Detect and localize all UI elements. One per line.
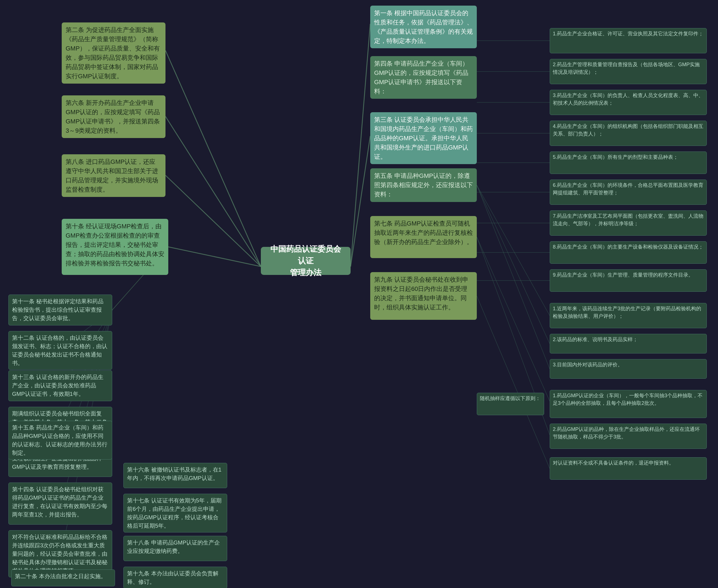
node-n14: 第十四条 认证委员会秘书处组织对获得药品GMP认证证书的药品生产企业进行复查，在… bbox=[8, 483, 112, 525]
svg-line-12 bbox=[477, 185, 550, 316]
node-n15: 第十五条 药品生产企业（车间）和药品品种GMP认证合格的，应使用不同的认证标志、… bbox=[8, 421, 112, 460]
node-r1_7: 7.药品生产洁净室及工艺布局平面图（包括更衣室、盥洗间、人流物流走向、气部等），… bbox=[550, 210, 707, 236]
node-n18: 第十八条 申请药品GMP认证的生产企业应按规定缴纳药费。 bbox=[123, 536, 227, 561]
svg-line-1 bbox=[351, 136, 370, 267]
mindmap-container: 中国药品认证委员会认证 管理办法 第一条 根据中国药品认证委员会的性质和任务，依… bbox=[0, 0, 718, 588]
node-n4: 第六条 新开办药品生产企业申请GMP认证的，应按规定填写《药品GMP认证申请书》… bbox=[62, 96, 166, 138]
node-r1_8: 8.药品生产企业（车间）的主要生产设备和检验仪器及设备证情况； bbox=[550, 241, 707, 264]
node-n3: 第三条 认证委员会承担中华人民共和国境内药品生产企业（车间）和药品品种的GMP认… bbox=[370, 112, 477, 164]
node-r1_6: 6.药品生产企业（车间）的环境条件，合格总平面布置图及医学教育网提组建筑、用平面… bbox=[550, 180, 707, 205]
node-r1_3: 3.药品生产企业（车间）的负责人、检查人员文化程度表、高、中、初技术人员的比例情… bbox=[550, 90, 707, 115]
node-n10: 第十条 经认证现场GMP检查后，由GMP检查办公室根据检查的的审查报告，提出评定… bbox=[62, 219, 168, 275]
node-n13: 第十三条 认证合格的新开办的药品生产企业，由认证委员会发给准药品GMP认证证书，… bbox=[8, 370, 112, 401]
center-node: 中国药品认证委员会认证 管理办法 bbox=[261, 247, 351, 275]
node-n6: 第八条 进口药品GMP认证，还应遵守中华人民共和国卫生部关于进口药品管理规定，并… bbox=[62, 154, 166, 197]
node-r1_5: 5.药品生产企业（车间）所有生产的剂型和主要品种表； bbox=[550, 151, 707, 174]
node-n11: 第十一条 秘书处根据评定结果和药品检验报告书，提出综合性认证审查报告，交认证委员… bbox=[8, 295, 112, 326]
svg-line-18 bbox=[166, 50, 261, 267]
node-r1_2: 2.药品生产管理和质量管理自查报告及（包括各场地区、GMP实施情况及培训情况）； bbox=[550, 59, 707, 84]
node-n19: 第十九条 本办法由认证委员会负责解释、修订。 bbox=[123, 567, 227, 588]
node-n8: 第七条 药品GMP认证检查员可随机抽取近两年来生产的药品进行复核检验（新开办的药… bbox=[370, 216, 477, 258]
node-n16: 第十六条 被撤销认证书及标志者，在1年内，不得再次申请药品GMP认证。 bbox=[123, 463, 227, 488]
node-n7: 第五条 申请品种GMP认证的，除遵照第四条相应规定外，还应报送以下资料： bbox=[370, 168, 477, 202]
node-n5: 第四条 申请药品生产企业（车间）GMP认证的，应按规定填写《药品GMP认证申请书… bbox=[370, 56, 477, 99]
node-n1: 第一条 根据中国药品认证委员会的性质和任务，依据《药品管理法》、《产品质量认证管… bbox=[370, 6, 477, 48]
node-r3_1: 1.药品GMP认证的企业（车间），一般每个车间抽3个品种抽取，不足3个品种的全部… bbox=[550, 390, 707, 418]
svg-line-20 bbox=[166, 175, 261, 267]
node-r1_1: 1.药品生产企业合格证、许可证、营业执照及其它法定文件复印件； bbox=[550, 28, 707, 53]
node-r1_9: 9.药品生产企业（车间）生产管理、质量管理的程序文件目录。 bbox=[550, 269, 707, 292]
node-r1_4: 4.药品生产企业（车间）的组织机构图（包括各组织部门职能及相互关系、部门负责人）… bbox=[550, 121, 707, 146]
node-n17: 第十七条 认证证书有效期为5年，届期前6个月，由药品生产企业提出申请，按药品GM… bbox=[123, 494, 227, 532]
svg-line-14 bbox=[477, 185, 550, 369]
node-r2_1: 1.近两年来，该药品连续生产3批的生产记录（要附药品检验机构的检验及抽验结果、用… bbox=[550, 303, 707, 328]
node-r4_1: 对认证资料不全或不具备认证条件的，退还申报资料。 bbox=[550, 457, 707, 480]
node-n20: 第二十条 本办法自批准之日起实施。 bbox=[11, 569, 115, 586]
svg-line-0 bbox=[351, 24, 370, 267]
svg-line-17 bbox=[477, 296, 550, 468]
node-r2_2: 2.该药品的标准、说明书及药品实样； bbox=[550, 334, 707, 354]
svg-line-15 bbox=[477, 237, 550, 401]
svg-line-13 bbox=[477, 185, 550, 344]
node-n2: 第二条 为促进药品生产全面实施《药品生产质量管理规范》（简称GMP），保证药品质… bbox=[62, 22, 166, 84]
node-sample_label: 随机抽样应遵循以下原则： bbox=[477, 393, 544, 415]
node-n9: 第九条 认证委员会秘书处在收到申报资料之日起60日内作出是否受理的决定，并书面通… bbox=[370, 272, 477, 320]
node-r2_3: 3.目前国内外对该药品的评价。 bbox=[550, 359, 707, 379]
node-r3_2: 2.药品GMP认证的品种，除在生产企业抽取样品外，还应在流通环节随机抽取，样品不… bbox=[550, 424, 707, 449]
svg-line-19 bbox=[166, 117, 261, 267]
svg-line-21 bbox=[168, 247, 261, 267]
node-n12: 第十二条 认证合格的，由认证委员会颁发证书、标志；认证不合格的，由认证委员会秘书… bbox=[8, 331, 112, 370]
